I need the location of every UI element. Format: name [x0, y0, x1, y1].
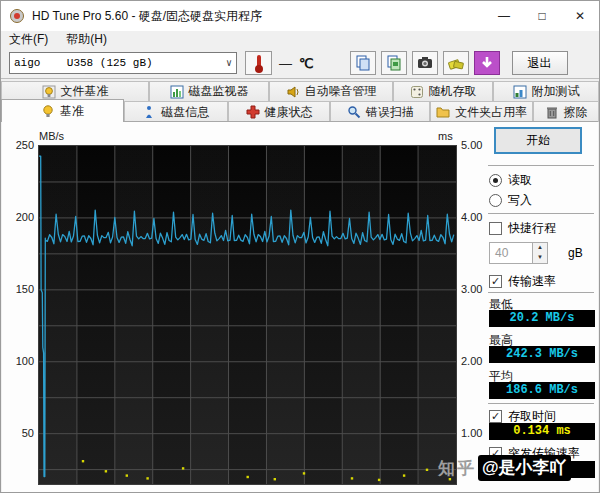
maximize-button[interactable]: □	[523, 1, 561, 31]
min-value: 20.2 MB/s	[489, 310, 595, 327]
spin-up-icon: ▲	[533, 243, 547, 253]
exit-button[interactable]: 退出	[512, 51, 568, 75]
copy-text-button[interactable]	[350, 51, 376, 75]
y-tick-left: 200	[6, 211, 34, 223]
y-tick-left: 150	[6, 283, 34, 295]
temperature-unit: ℃	[299, 56, 314, 71]
menu-bar: 文件(F) 帮助(H)	[1, 31, 599, 48]
y-axis-left-label: MB/s	[39, 130, 64, 142]
transfer-rate-checkbox[interactable]: ✓ 传输速率	[489, 273, 556, 290]
control-panel: 开始 读取 写入 快捷行程 40 ▲▼ gB ✓ 传输速率	[472, 122, 598, 492]
tab-row-1: 文件基准 磁盘监视器 自动噪音管理 随机存取 附加测试	[1, 81, 599, 101]
y-tick-left: 100	[6, 355, 34, 367]
info-icon	[142, 105, 156, 119]
avg-value: 186.6 MB/s	[489, 382, 595, 399]
export-icon	[447, 54, 465, 72]
screenshot-button[interactable]	[412, 51, 438, 75]
lamp-icon	[41, 104, 55, 118]
magnifier-icon	[347, 105, 361, 119]
lamp-icon	[42, 85, 56, 99]
temperature-button[interactable]	[245, 51, 272, 75]
app-window: HD Tune Pro 5.60 - 硬盘/固态硬盘实用程序 — □ ✕ 文件(…	[0, 0, 600, 493]
camera-icon	[416, 54, 434, 72]
monitor-chart-icon	[170, 85, 184, 99]
tab-strip: 文件基准 磁盘监视器 自动噪音管理 随机存取 附加测试 基准	[1, 79, 599, 122]
tab-aam[interactable]: 自动噪音管理	[269, 81, 393, 101]
y-tick-left: 250	[6, 139, 34, 151]
shortstroke-checkbox[interactable]: 快捷行程	[489, 220, 556, 237]
folder-icon	[436, 105, 450, 119]
checkbox-checked-icon: ✓	[489, 410, 502, 423]
shortstroke-size-input[interactable]: 40	[489, 242, 533, 264]
radio-unselected-icon	[489, 194, 502, 207]
checkbox-unchecked-icon	[489, 222, 502, 235]
size-unit-label: gB	[568, 246, 583, 260]
chevron-down-icon: ∨	[226, 57, 232, 69]
menu-help[interactable]: 帮助(H)	[66, 31, 107, 48]
tab-disk-info[interactable]: 磁盘信息	[124, 101, 228, 122]
export-button[interactable]	[443, 51, 469, 75]
drive-select[interactable]: aigo U358 (125 gB) ∨	[9, 52, 237, 74]
menu-file[interactable]: 文件(F)	[9, 31, 48, 48]
benchmark-page: MB/s ms 25020015010050 5.004.003.002.001…	[2, 121, 598, 492]
dice-icon	[410, 85, 424, 99]
tab-row-2: 基准 磁盘信息 健康状态 错误扫描 文件夹占用率 擦除	[1, 101, 599, 122]
title-bar: HD Tune Pro 5.60 - 硬盘/固态硬盘实用程序 — □ ✕	[1, 1, 599, 31]
drive-select-value: aigo U358 (125 gB)	[14, 57, 153, 69]
max-value: 242.3 MB/s	[489, 346, 595, 363]
chart-canvas	[39, 146, 456, 484]
copy-image-icon	[385, 54, 403, 72]
write-radio[interactable]: 写入	[489, 192, 532, 209]
watermark-site: 知乎	[438, 457, 476, 480]
health-cross-icon	[246, 105, 260, 119]
start-button[interactable]: 开始	[494, 127, 582, 154]
read-radio[interactable]: 读取	[489, 172, 532, 189]
app-icon	[9, 8, 25, 24]
tab-disk-monitor[interactable]: 磁盘监视器	[149, 81, 269, 101]
benchmark-chart	[38, 145, 457, 485]
tab-extra-tests[interactable]: 附加测试	[493, 81, 599, 101]
radio-selected-icon	[489, 174, 502, 187]
speaker-icon	[286, 85, 300, 99]
spinner-arrows[interactable]: ▲▼	[533, 242, 548, 264]
watermark-handle: @是小李吖	[478, 455, 571, 481]
temperature-value: —	[279, 56, 292, 71]
y-tick-left: 50	[6, 427, 34, 439]
access-time-value: 0.134 ms	[489, 423, 595, 440]
tab-error-scan[interactable]: 错误扫描	[330, 101, 430, 122]
tab-erase[interactable]: 擦除	[533, 101, 599, 122]
copy-text-icon	[354, 54, 372, 72]
spin-down-icon: ▼	[533, 253, 547, 263]
capture-down-button[interactable]	[474, 51, 500, 75]
trash-icon	[545, 105, 559, 119]
checkbox-checked-icon: ✓	[489, 275, 502, 288]
arrow-down-icon	[478, 54, 496, 72]
copy-image-button[interactable]	[381, 51, 407, 75]
tab-folder-usage[interactable]: 文件夹占用率	[430, 101, 533, 122]
tab-random-access[interactable]: 随机存取	[393, 81, 493, 101]
extra-chart-icon	[513, 85, 527, 99]
y-axis-right-label: ms	[438, 130, 453, 142]
tab-benchmark[interactable]: 基准	[1, 99, 124, 122]
close-button[interactable]: ✕	[561, 1, 599, 31]
window-title: HD Tune Pro 5.60 - 硬盘/固态硬盘实用程序	[32, 8, 262, 25]
toolbar: aigo U358 (125 gB) ∨ — ℃	[1, 48, 599, 79]
watermark: 知乎 @是小李吖	[438, 455, 571, 481]
tab-health[interactable]: 健康状态	[228, 101, 331, 122]
tab-file-benchmark[interactable]: 文件基准	[1, 81, 149, 101]
minimize-button[interactable]: —	[485, 1, 523, 31]
